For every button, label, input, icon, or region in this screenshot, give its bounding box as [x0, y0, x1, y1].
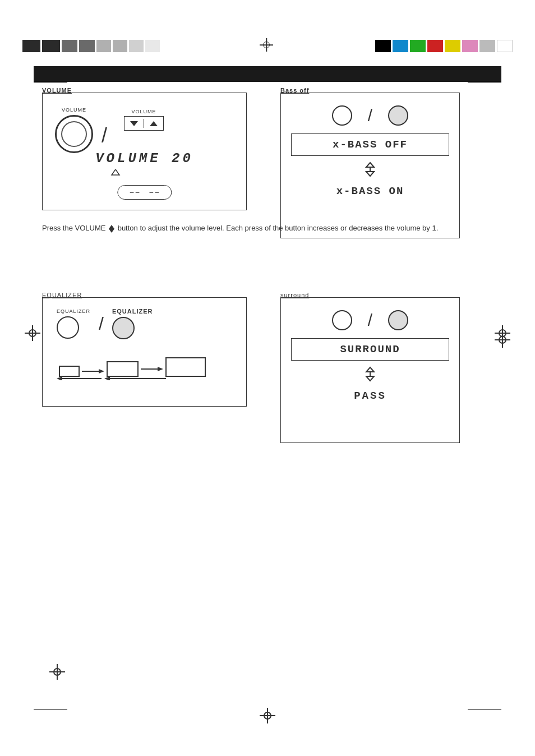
svg-rect-10 [166, 358, 205, 376]
bass-icons-row: / [281, 93, 459, 126]
color-bar-yellow [445, 40, 460, 52]
eq-icons-row: EQUALIZER / EQUALIZER [43, 298, 246, 344]
volume-button-group[interactable] [124, 116, 164, 131]
color-bar-green [410, 40, 426, 52]
volume-down-triangle[interactable] [130, 121, 138, 126]
svg-marker-0 [112, 169, 119, 175]
volume-knob-outer[interactable] [55, 115, 93, 153]
hline-right-top [468, 82, 501, 83]
right-reg-mark [495, 325, 510, 341]
black-bar-8 [145, 40, 160, 52]
eq-panel: EQUALIZER / EQUALIZER [42, 297, 247, 407]
volume-slash: / [102, 124, 107, 147]
surround-text-box: SURROUND [291, 338, 449, 361]
volume-knob-area: VOLUME [55, 107, 93, 153]
btn-dash-1[interactable]: – – [130, 188, 140, 196]
bass-off-box: x-BASS OFF [291, 133, 449, 156]
svg-marker-14 [57, 376, 62, 380]
eq-arrows-svg [54, 349, 228, 380]
svg-marker-17 [366, 376, 374, 381]
hline-left-top [34, 82, 67, 83]
eq-label-left: EQUALIZER [57, 308, 90, 339]
bass-on-text: x-BASS ON [281, 183, 459, 200]
svg-marker-15 [366, 367, 374, 372]
bass-circle-open [332, 105, 352, 126]
bass-slash: / [368, 106, 372, 125]
black-bar-7 [129, 40, 144, 52]
bottom-crosshair-area [260, 708, 275, 723]
color-bar-white [497, 40, 513, 52]
surround-panel: / SURROUND PASS [280, 297, 460, 443]
volume-knob-inner [61, 121, 87, 147]
svg-marker-6 [99, 369, 104, 374]
description-area: Press the VOLUME button to adjust the vo… [42, 222, 493, 236]
surround-display-text: SURROUND [340, 343, 400, 356]
eq-label-text-left: EQUALIZER [57, 308, 90, 314]
surround-circle-filled [388, 310, 408, 330]
volume-buttons-area: VOLUME [124, 109, 164, 131]
bass-circle-filled [388, 105, 408, 126]
color-bar-blue [393, 40, 408, 52]
bass-panel: / x-BASS OFF x-BASS ON [280, 93, 460, 238]
center-crosshair [260, 38, 275, 54]
btn-dash-2[interactable]: – – [150, 188, 159, 196]
svg-marker-9 [158, 367, 163, 371]
hline-right-bottom [468, 709, 501, 710]
black-bar-6 [113, 40, 127, 52]
eq-label-text-right: EQUALIZER [112, 308, 153, 315]
eq-circle-open [57, 316, 79, 339]
svg-rect-7 [107, 362, 138, 376]
color-bars [375, 40, 513, 52]
eq-slash: / [99, 314, 104, 334]
tri-down-icon [109, 229, 114, 233]
black-bar-1 [22, 40, 40, 52]
black-bar-3 [62, 40, 77, 52]
svg-rect-4 [59, 366, 79, 376]
black-bar-4 [79, 40, 95, 52]
bass-arrow-area [281, 162, 459, 177]
left-reg-mark [25, 325, 40, 341]
svg-marker-12 [104, 376, 110, 380]
desc-line1: Press the VOLUME button to adjust the vo… [42, 222, 493, 236]
surround-arrow-area [281, 366, 459, 382]
eq-circle-filled [112, 317, 135, 339]
volume-arrow-indicator [107, 169, 124, 181]
top-bar-area [0, 38, 535, 54]
eq-label-right: EQUALIZER [112, 308, 153, 339]
volume-display: VOLUME 20 [43, 151, 246, 166]
color-bar-gray [479, 40, 495, 52]
volume-panel: VOLUME / VOLUME VOLUME 20 – – – – [42, 93, 247, 210]
volume-button-label: VOLUME [124, 109, 164, 114]
surround-pass-text: PASS [281, 388, 459, 404]
bass-off-text: x-BASS OFF [333, 139, 408, 151]
color-bar-black [375, 40, 391, 52]
color-bar-red [427, 40, 443, 52]
black-bar-5 [96, 40, 111, 52]
vol-divider [144, 119, 144, 128]
main-header-bar [34, 66, 501, 82]
surround-circle-open [332, 310, 352, 330]
svg-marker-1 [366, 163, 374, 167]
hline-left-bottom [34, 709, 67, 710]
svg-marker-3 [366, 172, 374, 176]
volume-knob-label: VOLUME [55, 107, 93, 113]
volume-bottom-buttons[interactable]: – – – – [117, 185, 172, 200]
eq-arrows-row [43, 344, 246, 389]
volume-up-triangle[interactable] [150, 121, 158, 126]
black-bar-2 [42, 40, 60, 52]
tri-up-icon [109, 225, 114, 229]
color-bar-pink [462, 40, 478, 52]
black-bars [22, 40, 160, 52]
surround-icons-row: / [281, 298, 459, 330]
surround-slash: / [368, 311, 372, 330]
